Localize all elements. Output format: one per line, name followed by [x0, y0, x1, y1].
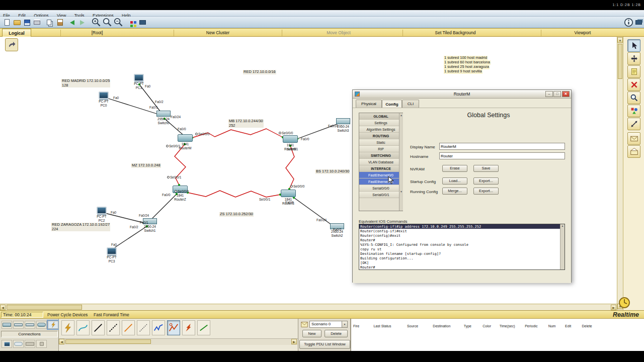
- tab-config[interactable]: Config: [382, 100, 402, 108]
- information-icon[interactable]: [624, 18, 633, 27]
- save-icon[interactable]: [22, 18, 32, 27]
- delete-scenario-button[interactable]: Delete: [325, 330, 348, 337]
- terminal-scrollbar[interactable]: ▲▼: [560, 224, 565, 269]
- copy-icon[interactable]: [44, 18, 54, 27]
- add-simple-pdu-button[interactable]: [627, 132, 640, 145]
- custom-devices-icon[interactable]: [138, 18, 147, 27]
- set-tiled-background-button[interactable]: Set Tiled Background: [435, 30, 476, 35]
- power-cycle-devices-button[interactable]: Power Cycle Devices: [47, 312, 88, 317]
- undo-icon[interactable]: [67, 18, 77, 27]
- merge-button[interactable]: Merge...: [442, 188, 467, 195]
- scroll-up-icon[interactable]: ▲: [617, 37, 623, 43]
- place-note-button[interactable]: [627, 65, 640, 78]
- open-icon[interactable]: [12, 18, 22, 27]
- drawing-palette-icon[interactable]: [127, 18, 136, 27]
- maximize-button[interactable]: □: [553, 91, 561, 97]
- connection-phone-icon[interactable]: [137, 320, 150, 335]
- connection-console-icon[interactable]: [76, 320, 90, 335]
- config-sidebar-item[interactable]: RIP: [359, 146, 403, 152]
- inspect-tool-button[interactable]: [627, 92, 640, 104]
- minimize-button[interactable]: –: [545, 91, 553, 97]
- connection-serial-dce-icon[interactable]: [167, 320, 180, 335]
- category-switches[interactable]: [13, 321, 24, 329]
- delete-tool-button[interactable]: [627, 78, 640, 91]
- dropdown-arrow-icon[interactable]: ▼: [342, 321, 347, 327]
- connection-coaxial-icon[interactable]: [152, 320, 165, 335]
- config-sidebar-item[interactable]: VLAN Database: [359, 159, 403, 165]
- export-startup-button[interactable]: Export...: [473, 177, 499, 185]
- new-file-icon[interactable]: [2, 18, 12, 27]
- config-sidebar-item[interactable]: Settings: [359, 120, 403, 126]
- toggle-pdu-list-button[interactable]: Toggle PDU List Window: [299, 340, 350, 349]
- connection-auto-icon[interactable]: [61, 320, 74, 335]
- config-sidebar-item[interactable]: INTERFACE: [359, 165, 403, 172]
- scroll-left-icon[interactable]: ◀: [0, 305, 6, 310]
- config-sidebar-item[interactable]: FastEthernet0/1: [359, 178, 403, 185]
- category-wan-emulation[interactable]: [13, 340, 24, 348]
- config-sidebar-item[interactable]: Static: [359, 139, 403, 146]
- vscroll-thumb[interactable]: [618, 44, 622, 79]
- connection-fiber-icon[interactable]: [122, 320, 135, 335]
- tab-physical[interactable]: Physical: [356, 100, 382, 108]
- erase-button[interactable]: Erase: [442, 165, 467, 172]
- draw-shape-button[interactable]: [627, 105, 640, 117]
- category-end-devices[interactable]: [2, 340, 12, 348]
- network-view-icon[interactable]: [634, 18, 643, 27]
- connection-copper-crossover-icon[interactable]: [107, 320, 120, 335]
- connection-copper-straight-icon[interactable]: [92, 320, 105, 335]
- palette-scroll-thumb[interactable]: [65, 339, 151, 344]
- zoom-out-icon[interactable]: [114, 18, 123, 27]
- tab-cli[interactable]: CLI: [402, 100, 419, 108]
- add-complex-pdu-button[interactable]: [627, 145, 640, 158]
- palette-scroll-left-icon[interactable]: ◀: [59, 339, 64, 344]
- config-sidebar-item[interactable]: ROUTING: [359, 133, 403, 139]
- hscroll-thumb[interactable]: [7, 305, 82, 310]
- close-button[interactable]: ✕: [562, 91, 570, 97]
- category-custom-devices[interactable]: [25, 340, 35, 348]
- category-connections[interactable]: [48, 321, 58, 329]
- connection-octal-icon[interactable]: [197, 320, 210, 335]
- export-running-button[interactable]: Export...: [473, 188, 499, 195]
- cluster-back-icon[interactable]: [5, 38, 18, 51]
- resize-shape-button[interactable]: [627, 118, 640, 130]
- paste-icon[interactable]: [55, 18, 65, 27]
- scroll-right-icon[interactable]: ▶: [611, 305, 616, 310]
- viewport-button[interactable]: Viewport: [575, 30, 591, 35]
- save-button[interactable]: Save: [473, 165, 499, 172]
- new-cluster-button[interactable]: New Cluster: [206, 30, 229, 35]
- tab-logical[interactable]: Logical: [2, 29, 31, 37]
- scenario-dropdown[interactable]: Scenario 0 ▼: [309, 321, 348, 328]
- config-sidebar-item[interactable]: Serial0/0/0: [359, 185, 403, 192]
- category-multiuser[interactable]: [36, 340, 47, 348]
- category-hubs[interactable]: [25, 321, 35, 329]
- load-button[interactable]: Load...: [442, 177, 467, 185]
- config-sidebar-item[interactable]: Algorithm Settings: [359, 126, 403, 133]
- sidebar-scrollbar[interactable]: ▲▼: [399, 113, 403, 211]
- window-titlebar[interactable]: RouterM – □ ✕: [353, 90, 571, 99]
- canvas-hscrollbar[interactable]: ◀ ▶: [0, 304, 617, 310]
- category-routers[interactable]: [2, 321, 12, 329]
- realtime-mode-label[interactable]: Realtime: [613, 311, 639, 318]
- redo-icon[interactable]: [77, 18, 87, 27]
- new-scenario-button[interactable]: New: [302, 330, 321, 337]
- realtime-clock-icon[interactable]: [618, 297, 630, 309]
- connection-serial-dte-icon[interactable]: [182, 320, 195, 335]
- category-wireless-devices[interactable]: [36, 321, 47, 329]
- palette-scroll-right-icon[interactable]: ▶: [291, 339, 297, 344]
- move-object-button[interactable]: Move Object: [327, 30, 351, 35]
- config-sidebar-item[interactable]: FastEthernet0/0: [359, 172, 403, 178]
- palette-hscrollbar[interactable]: ◀ ▶: [59, 338, 298, 345]
- fast-forward-time-button[interactable]: Fast Forward Time: [94, 312, 129, 317]
- display-name-input[interactable]: [439, 143, 565, 150]
- hostname-input[interactable]: [439, 152, 565, 159]
- zoom-in-icon[interactable]: [92, 18, 101, 27]
- config-sidebar-item[interactable]: GLOBAL: [359, 113, 403, 120]
- move-layout-button[interactable]: [627, 52, 640, 65]
- select-tool-button[interactable]: [627, 39, 640, 52]
- print-icon[interactable]: [32, 18, 42, 27]
- root-button[interactable]: [Root]: [92, 30, 103, 35]
- config-sidebar-item[interactable]: Serial0/0/1: [359, 192, 403, 198]
- canvas-vscrollbar[interactable]: ▲ ▼: [617, 37, 623, 310]
- zoom-original-icon[interactable]: [103, 18, 112, 27]
- config-sidebar-item[interactable]: SWITCHING: [359, 152, 403, 159]
